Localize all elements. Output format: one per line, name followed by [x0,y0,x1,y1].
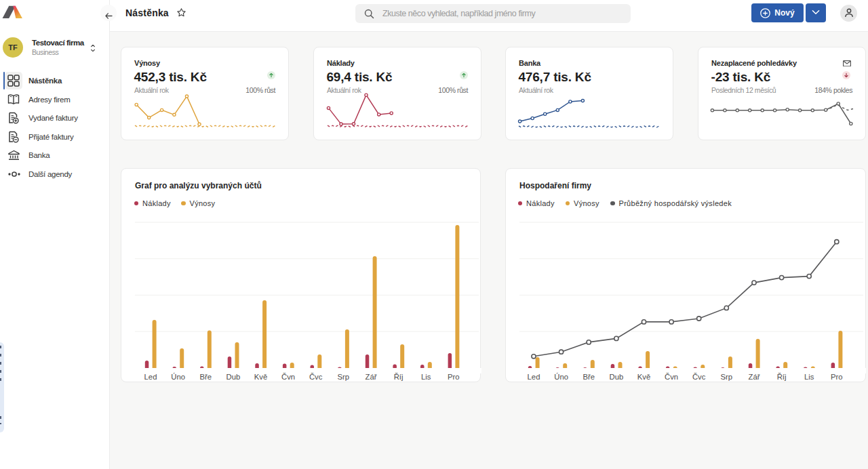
svg-text:Lis: Lis [421,373,431,381]
svg-text:Kvě: Kvě [637,373,650,381]
svg-text:Říj: Říj [394,373,403,381]
svg-text:Čvn: Čvn [281,373,295,381]
svg-text:Lis: Lis [804,373,814,381]
svg-text:Úno: Úno [171,373,185,381]
svg-text:Čvc: Čvc [309,373,323,381]
svg-text:Čvc: Čvc [692,373,706,381]
svg-text:Zář: Zář [366,373,377,381]
svg-text:Srp: Srp [338,373,350,381]
svg-text:Pro: Pro [831,373,843,381]
svg-text:Kvě: Kvě [254,373,267,381]
svg-text:Bře: Bře [583,373,595,381]
svg-text:Dub: Dub [226,373,241,381]
svg-text:Čvn: Čvn [665,373,678,381]
svg-text:Srp: Srp [721,373,733,381]
svg-text:Úno: Úno [554,373,568,381]
svg-text:Zář: Zář [749,373,760,381]
svg-text:Dub: Dub [610,373,624,381]
svg-text:Říj: Říj [777,373,787,381]
svg-text:Led: Led [144,373,157,381]
svg-text:Led: Led [528,373,540,381]
svg-text:Pro: Pro [448,373,460,381]
svg-text:Bře: Bře [199,373,212,381]
